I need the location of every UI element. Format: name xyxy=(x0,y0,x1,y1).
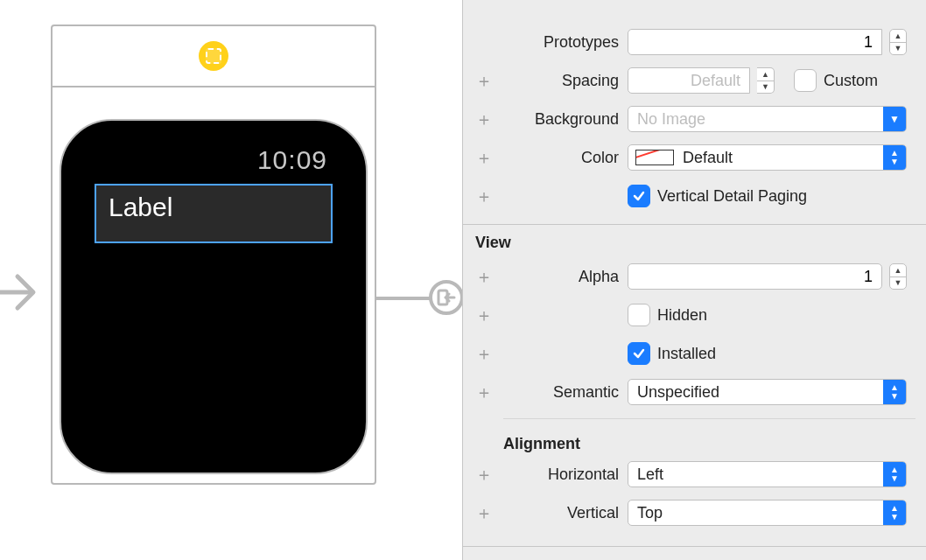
add-variant-button[interactable]: ＋ xyxy=(475,383,493,401)
add-variant-button[interactable]: ＋ xyxy=(475,504,493,522)
custom-spacing-label: Custom xyxy=(824,72,878,90)
add-variant-button[interactable]: ＋ xyxy=(475,187,493,205)
stepper-up-icon[interactable]: ▲ xyxy=(890,30,906,42)
color-value: Default xyxy=(683,149,733,167)
alpha-stepper[interactable]: ▲ ▼ xyxy=(889,263,907,290)
alignment-subsection-header: Alignment xyxy=(463,424,926,455)
horizontal-value: Left xyxy=(628,466,883,484)
add-variant-button[interactable]: ＋ xyxy=(475,345,493,362)
vertical-value: Top xyxy=(628,504,883,522)
prototypes-field[interactable] xyxy=(628,29,882,55)
background-value: No Image xyxy=(628,110,883,129)
add-variant-button[interactable]: ＋ xyxy=(475,268,493,285)
spacing-field[interactable] xyxy=(628,67,750,94)
color-label: Color xyxy=(498,149,628,167)
hidden-label: Hidden xyxy=(657,306,707,325)
scene-header[interactable] xyxy=(53,26,375,88)
add-variant-button[interactable]: ＋ xyxy=(475,72,493,89)
installed-checkbox[interactable] xyxy=(628,342,650,365)
watch-interface-scene[interactable]: 10:09 Label xyxy=(51,24,376,485)
add-variant-button[interactable]: ＋ xyxy=(475,306,493,324)
interface-builder-canvas[interactable]: 10:09 Label xyxy=(0,0,462,560)
add-variant-button[interactable]: ＋ xyxy=(475,149,493,166)
stepper-up-icon[interactable]: ▲ xyxy=(890,264,906,276)
installed-label: Installed xyxy=(657,345,716,363)
spacing-label: Spacing xyxy=(498,72,628,90)
dropdown-stepper-icon: ▲▼ xyxy=(883,380,906,404)
horizontal-label: Horizontal xyxy=(498,466,628,484)
background-select[interactable]: No Image ▲▼ xyxy=(628,106,907,132)
stepper-up-icon[interactable]: ▲ xyxy=(757,68,774,80)
table-row-label-selected[interactable]: Label xyxy=(95,184,333,243)
custom-spacing-checkbox[interactable] xyxy=(794,69,817,92)
background-label: Background xyxy=(498,110,628,129)
dropdown-stepper-icon: ▲▼ xyxy=(883,462,906,486)
watch-screen[interactable]: 10:09 Label xyxy=(60,119,368,474)
prototypes-stepper[interactable]: ▲ ▼ xyxy=(889,29,907,55)
add-variant-button[interactable]: ＋ xyxy=(475,110,493,128)
alpha-field[interactable] xyxy=(628,263,882,290)
hidden-checkbox[interactable] xyxy=(628,304,650,326)
vertical-label: Vertical xyxy=(498,504,628,522)
prototypes-input[interactable] xyxy=(628,30,881,54)
status-bar-time: 10:09 xyxy=(95,133,333,180)
add-variant-button[interactable]: ＋ xyxy=(475,466,493,483)
stepper-down-icon[interactable]: ▼ xyxy=(757,80,774,94)
spacing-stepper[interactable]: ▲ ▼ xyxy=(757,67,775,94)
attributes-inspector-panel: ＋ Prototypes ▲ ▼ ＋ Spacing ▲ xyxy=(462,0,926,560)
alpha-label: Alpha xyxy=(498,268,628,286)
alpha-input[interactable] xyxy=(628,264,881,289)
stepper-down-icon[interactable]: ▼ xyxy=(890,42,906,55)
scene-exit-icon[interactable] xyxy=(429,280,464,315)
stepper-down-icon[interactable]: ▼ xyxy=(890,276,906,290)
segue-in-arrow-icon xyxy=(0,266,39,318)
view-section-header: View xyxy=(463,225,926,257)
vertical-select[interactable]: Top ▲▼ xyxy=(628,500,907,526)
vertical-detail-paging-label: Vertical Detail Paging xyxy=(657,187,807,206)
semantic-value: Unspecified xyxy=(628,383,883,402)
prototypes-label: Prototypes xyxy=(498,33,628,52)
spacing-input[interactable] xyxy=(628,68,749,93)
color-select[interactable]: Default ▲▼ xyxy=(628,144,907,171)
dropdown-caret-icon: ▲▼ xyxy=(883,107,906,131)
dropdown-stepper-icon: ▲▼ xyxy=(883,145,906,170)
horizontal-select[interactable]: Left ▲▼ xyxy=(628,461,907,487)
color-swatch-none-icon xyxy=(635,150,674,165)
dropdown-stepper-icon: ▲▼ xyxy=(883,500,906,525)
semantic-select[interactable]: Unspecified ▲▼ xyxy=(628,379,907,405)
semantic-label: Semantic xyxy=(498,383,628,402)
interface-controller-icon xyxy=(199,41,228,71)
vertical-detail-paging-checkbox[interactable] xyxy=(628,185,650,207)
